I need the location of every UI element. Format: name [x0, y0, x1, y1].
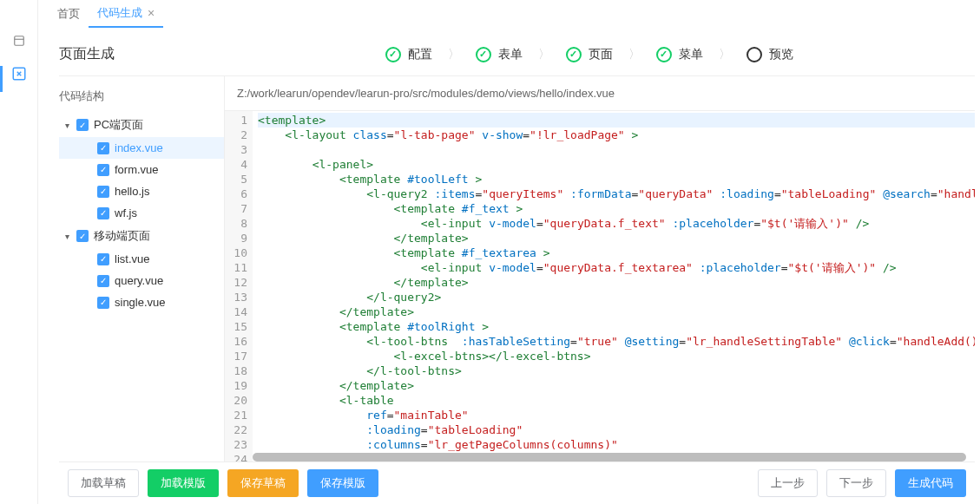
code-line[interactable]: <l-layout class="l-tab-page" v-show="!lr… [258, 128, 975, 142]
code-line[interactable]: <el-input v-model="queryData.f_textarea"… [258, 260, 975, 275]
header: 页面生成 配置〉表单〉页面〉菜单〉预览 [59, 33, 975, 76]
code-line[interactable]: </template> [258, 304, 975, 319]
step[interactable]: 预览 [747, 47, 793, 62]
step[interactable]: 表单 [476, 47, 523, 62]
step[interactable]: 配置 [385, 47, 432, 62]
tree-node[interactable]: single.vue [59, 291, 224, 313]
tab[interactable]: 代码生成× [89, 0, 163, 28]
checkbox-icon[interactable] [97, 253, 109, 265]
footer-toolbar: 加载草稿 加载模版 保存草稿 保存模版 上一步 下一步 生成代码 [59, 461, 975, 504]
line-number: 13 [225, 290, 247, 304]
checkbox-icon[interactable] [97, 275, 109, 287]
file-path: Z:/work/learun/opendev/learun-pro/src/mo… [225, 76, 975, 111]
editor-panel: Z:/work/learun/opendev/learun-pro/src/mo… [224, 76, 975, 461]
checkbox-icon[interactable] [97, 207, 109, 219]
checkbox-icon[interactable] [97, 142, 109, 154]
code-line[interactable] [258, 142, 975, 157]
chevron-right-icon: 〉 [538, 47, 550, 62]
tree-label: form.vue [115, 163, 159, 176]
save-template-button[interactable]: 保存模版 [307, 469, 378, 497]
code-line[interactable]: <template #toolRight > [258, 319, 975, 334]
tree-node[interactable]: wf.js [59, 202, 224, 224]
tree-node[interactable]: list.vue [59, 248, 224, 270]
line-number: 2 [225, 128, 247, 142]
tree-title: 代码结构 [59, 76, 224, 113]
code-editor[interactable]: 1234567891011121314151617181920212223242… [225, 111, 975, 461]
save-draft-button[interactable]: 保存草稿 [227, 469, 299, 497]
code-line[interactable]: </l-query2> [258, 290, 975, 304]
tree-node[interactable]: form.vue [59, 159, 224, 180]
checkbox-icon[interactable] [97, 297, 109, 309]
line-number: 3 [225, 142, 247, 157]
check-icon [385, 47, 401, 62]
line-number: 7 [225, 201, 247, 216]
code-line[interactable]: </template> [258, 378, 975, 393]
line-number: 14 [225, 304, 247, 319]
checkbox-icon[interactable] [97, 164, 109, 176]
code-line[interactable]: <el-input v-model="queryData.f_text" :pl… [258, 216, 975, 231]
close-icon[interactable]: × [148, 6, 155, 20]
code-line[interactable]: </l-tool-btns> [258, 363, 975, 378]
line-number: 21 [225, 408, 247, 422]
horizontal-scrollbar[interactable] [253, 453, 966, 461]
tree-panel: 代码结构 ▾PC端页面index.vueform.vuehello.jswf.j… [59, 76, 224, 461]
tree-label: PC端页面 [94, 117, 143, 133]
code-line[interactable]: </template> [258, 275, 975, 290]
code-line[interactable]: <template> [258, 113, 975, 128]
code-line[interactable]: <template #f_text > [258, 201, 975, 216]
tree-label: list.vue [115, 252, 149, 265]
line-number: 17 [225, 349, 247, 363]
prev-step-button[interactable]: 上一步 [758, 469, 818, 497]
line-number: 5 [225, 172, 247, 187]
line-number: 10 [225, 245, 247, 260]
tab[interactable]: 首页 [49, 0, 89, 28]
line-number: 18 [225, 363, 247, 378]
line-number: 9 [225, 231, 247, 245]
code-line[interactable]: :columns="lr_getPageColumns(columns)" [258, 437, 975, 452]
line-number: 16 [225, 334, 247, 349]
checkbox-icon[interactable] [97, 186, 109, 198]
step[interactable]: 页面 [566, 47, 613, 62]
line-number: 4 [225, 157, 247, 172]
edit-icon[interactable] [11, 66, 27, 78]
code-line[interactable]: :loading="tableLoading" [258, 422, 975, 437]
check-icon [476, 47, 491, 62]
code-line[interactable]: </template> [258, 231, 975, 245]
checkbox-icon[interactable] [76, 119, 89, 131]
layout-icon[interactable] [11, 35, 27, 47]
tab-label: 首页 [57, 6, 80, 22]
tree-node[interactable]: index.vue [59, 137, 224, 159]
load-template-button[interactable]: 加载模版 [148, 469, 219, 497]
step-label: 菜单 [679, 47, 703, 62]
line-number: 19 [225, 378, 247, 393]
expand-icon[interactable]: ▾ [62, 232, 71, 241]
code-line[interactable]: <l-tool-btns :hasTableSetting="true" @se… [258, 334, 975, 349]
code-line[interactable]: <l-query2 :items="queryItems" :formData=… [258, 187, 975, 201]
tree-node[interactable]: ▾PC端页面 [59, 113, 224, 137]
generate-code-button[interactable]: 生成代码 [895, 469, 966, 497]
next-step-button[interactable]: 下一步 [826, 469, 886, 497]
tree-label: wf.js [115, 206, 137, 219]
expand-icon[interactable]: ▾ [62, 121, 71, 130]
line-number: 15 [225, 319, 247, 334]
checkbox-icon[interactable] [76, 230, 89, 242]
tree-node[interactable]: hello.js [59, 180, 224, 202]
line-number: 12 [225, 275, 247, 290]
line-number: 8 [225, 216, 247, 231]
file-tree: ▾PC端页面index.vueform.vuehello.jswf.js▾移动端… [59, 113, 224, 461]
tree-label: hello.js [115, 185, 149, 198]
tree-node[interactable]: ▾移动端页面 [59, 224, 224, 248]
check-icon [656, 47, 672, 62]
step[interactable]: 菜单 [656, 47, 703, 62]
code-line[interactable]: <template #toolLeft > [258, 172, 975, 187]
code-line[interactable]: <template #f_textarea > [258, 245, 975, 260]
code-line[interactable]: <l-panel> [258, 157, 975, 172]
code-line[interactable]: ref="mainTable" [258, 408, 975, 422]
check-icon [566, 47, 582, 62]
load-draft-button[interactable]: 加载草稿 [68, 469, 139, 497]
tree-node[interactable]: query.vue [59, 270, 224, 291]
chevron-right-icon: 〉 [719, 47, 731, 62]
line-number: 20 [225, 393, 247, 408]
code-line[interactable]: <l-table [258, 393, 975, 408]
code-line[interactable]: <l-excel-btns></l-excel-btns> [258, 349, 975, 363]
